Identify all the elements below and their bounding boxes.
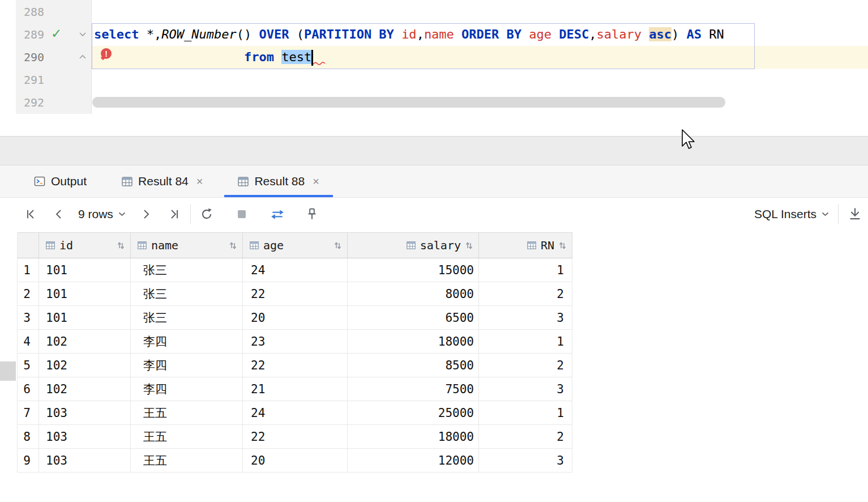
cell-age[interactable]: 22: [243, 425, 348, 448]
column-icon: [527, 241, 536, 249]
row-number-cell[interactable]: 6: [18, 377, 39, 401]
stop-icon[interactable]: [235, 207, 249, 221]
cell-rn[interactable]: 1: [479, 258, 572, 282]
cell-name[interactable]: 张三: [131, 282, 243, 305]
cell-rn[interactable]: 3: [479, 377, 572, 401]
cell-salary[interactable]: 7500: [348, 377, 479, 401]
previous-page-icon[interactable]: [52, 207, 66, 221]
cell-id[interactable]: 101: [39, 282, 131, 305]
compare-icon[interactable]: [270, 207, 285, 222]
error-icon[interactable]: !: [101, 48, 112, 59]
cell-age[interactable]: 20: [243, 449, 348, 472]
code-token: [94, 50, 244, 64]
page-size-label: 9 rows: [78, 207, 113, 221]
cell-id[interactable]: 102: [39, 330, 131, 353]
reload-icon[interactable]: [200, 207, 213, 221]
cell-rn[interactable]: 3: [479, 449, 572, 472]
cell-salary[interactable]: 15000: [348, 258, 479, 282]
cell-name[interactable]: 王五: [131, 401, 243, 424]
cell-name[interactable]: 张三: [131, 306, 243, 329]
row-number-cell[interactable]: 8: [18, 425, 39, 448]
active-tab-underline: [224, 195, 332, 197]
cell-rn[interactable]: 2: [479, 354, 572, 377]
app-window: select *,ROW_Number() OVER (PARTITION BY…: [0, 0, 868, 502]
cell-name[interactable]: 李四: [131, 354, 243, 377]
cell-id[interactable]: 101: [39, 306, 131, 329]
cell-age[interactable]: 20: [243, 306, 348, 329]
code-token: ,: [417, 27, 424, 41]
cell-rn[interactable]: 1: [479, 401, 572, 424]
close-icon[interactable]: ×: [196, 176, 203, 187]
sql-inserts-dropdown[interactable]: SQL Inserts: [754, 207, 829, 221]
cell-age[interactable]: 24: [243, 258, 348, 282]
export-download-icon[interactable]: [848, 207, 862, 222]
cell-age[interactable]: 22: [243, 354, 348, 377]
close-icon[interactable]: ×: [313, 176, 319, 187]
cell-rn[interactable]: 1: [479, 330, 572, 353]
column-header-age[interactable]: age: [243, 233, 348, 258]
cell-salary[interactable]: 8000: [348, 282, 479, 305]
tab-result-84[interactable]: Result 84 ×: [108, 165, 216, 197]
tool-window-stripe-button[interactable]: [0, 361, 16, 381]
next-page-icon[interactable]: [139, 207, 153, 221]
sort-icon[interactable]: [117, 241, 125, 250]
cell-rn[interactable]: 2: [479, 282, 572, 305]
cell-age[interactable]: 21: [243, 377, 348, 401]
cell-rn[interactable]: 2: [479, 425, 572, 448]
cell-id[interactable]: 102: [39, 377, 131, 401]
column-header-id[interactable]: id: [39, 233, 131, 258]
splitter-band[interactable]: [0, 136, 868, 165]
cell-age[interactable]: 22: [243, 282, 348, 305]
cell-name[interactable]: 王五: [131, 449, 243, 472]
cell-name[interactable]: 王五: [131, 425, 243, 448]
first-page-icon[interactable]: [24, 207, 39, 221]
cell-salary[interactable]: 18000: [348, 425, 479, 448]
row-number-cell[interactable]: 2: [18, 282, 39, 305]
sort-icon[interactable]: [334, 241, 341, 250]
tab-output[interactable]: Output: [20, 165, 100, 197]
column-header-salary[interactable]: salary: [348, 233, 479, 258]
cell-id[interactable]: 102: [39, 354, 131, 377]
cell-id[interactable]: 103: [39, 425, 131, 448]
cell-rn[interactable]: 3: [479, 306, 572, 329]
column-header-rn[interactable]: RN: [479, 233, 572, 258]
cell-salary[interactable]: 25000: [348, 401, 479, 424]
sort-icon[interactable]: [559, 241, 566, 250]
last-page-icon[interactable]: [166, 207, 181, 221]
fold-start-icon[interactable]: [79, 32, 87, 37]
fold-end-icon[interactable]: [79, 54, 87, 59]
tab-result-88[interactable]: Result 88 ×: [224, 165, 332, 197]
cell-salary[interactable]: 8500: [348, 354, 479, 377]
cell-salary[interactable]: 12000: [348, 449, 479, 472]
pin-icon[interactable]: [305, 207, 319, 221]
cell-name[interactable]: 张三: [131, 258, 243, 282]
cell-name[interactable]: 李四: [131, 377, 243, 401]
table-row: 5102李四2285002: [18, 354, 572, 377]
column-header-rownum[interactable]: [18, 233, 39, 258]
cell-salary[interactable]: 18000: [348, 330, 479, 353]
cell-id[interactable]: 103: [39, 449, 131, 472]
error-exclamation: !: [105, 49, 108, 58]
code-token: from: [244, 50, 274, 64]
row-number-cell[interactable]: 9: [18, 449, 39, 472]
cell-id[interactable]: 103: [39, 401, 131, 424]
page-size-dropdown[interactable]: 9 rows: [78, 207, 126, 221]
row-number-cell[interactable]: 3: [18, 306, 39, 329]
column-header-name[interactable]: name: [131, 233, 243, 258]
cell-age[interactable]: 23: [243, 330, 348, 353]
cell-id[interactable]: 101: [39, 258, 131, 282]
row-number-cell[interactable]: 5: [18, 354, 39, 377]
cell-age[interactable]: 24: [243, 401, 348, 424]
code-line-290[interactable]: from test: [94, 46, 313, 69]
sort-icon[interactable]: [465, 241, 473, 250]
sql-editor[interactable]: select *,ROW_Number() OVER (PARTITION BY…: [0, 0, 868, 114]
editor-horizontal-scrollbar[interactable]: [92, 97, 725, 108]
row-number-cell[interactable]: 1: [18, 258, 39, 282]
sort-icon[interactable]: [229, 241, 237, 250]
cell-name[interactable]: 李四: [131, 330, 243, 353]
execution-success-check-icon[interactable]: ✓: [51, 27, 62, 40]
row-number-cell[interactable]: 7: [18, 401, 39, 424]
cell-salary[interactable]: 6500: [348, 306, 479, 329]
code-line-289[interactable]: select *,ROW_Number() OVER (PARTITION BY…: [94, 23, 724, 46]
row-number-cell[interactable]: 4: [18, 330, 39, 353]
